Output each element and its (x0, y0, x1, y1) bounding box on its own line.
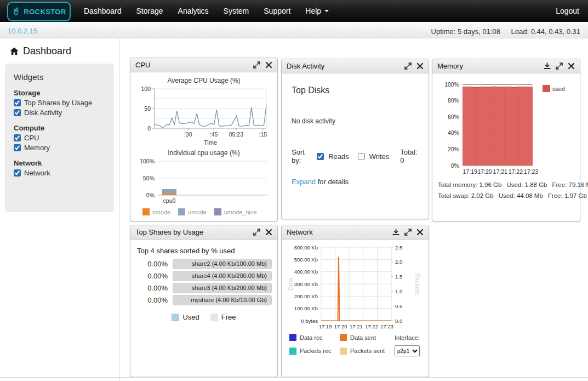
cpu-individual-chart-title: Individual cpu usage (%) (130, 149, 277, 157)
legend-item: Packets rec (289, 348, 340, 355)
svg-text:100.00 Kb: 100.00 Kb (294, 305, 318, 311)
nav-item-support[interactable]: Support (264, 7, 290, 15)
page-title: Dashboard (10, 46, 119, 57)
expand-icon[interactable] (404, 62, 412, 70)
widget-group-label: Network (14, 159, 105, 167)
svg-text:17:22: 17:22 (365, 323, 378, 329)
svg-text:400.00 Kb: 400.00 Kb (294, 269, 318, 275)
widget-label: Top Shares by Usage (24, 99, 92, 107)
close-icon[interactable] (416, 62, 424, 70)
svg-text:cpu0: cpu0 (163, 197, 176, 204)
download-icon[interactable] (392, 229, 399, 236)
svg-text:Time: Time (204, 139, 217, 146)
nav-item-system[interactable]: System (224, 7, 249, 15)
svg-text:17:20: 17:20 (477, 168, 492, 175)
widget-group-label: Compute (14, 124, 105, 132)
widget-label: CPU (24, 134, 39, 142)
close-icon[interactable] (416, 229, 424, 236)
widgets-box: Widgets StorageTop Shares by UsageDisk A… (5, 64, 114, 212)
share-row: 0.00%share3 (4.00 Kb/200.00 Mb) (136, 282, 272, 293)
expand-icon[interactable] (253, 61, 260, 69)
svg-text:60%: 60% (447, 113, 459, 120)
legend-swatch (210, 314, 218, 321)
no-disk-activity-text: No disk activity (292, 117, 420, 125)
share-row: 0.00%share4 (4.00 Kb/200.00 Mb) (136, 270, 272, 281)
cpu-individual-chart: 0%50%100%cpu0 (135, 157, 273, 207)
close-icon[interactable] (265, 229, 272, 236)
home-icon (10, 47, 19, 55)
expand-icon[interactable] (556, 62, 563, 70)
legend-swatch (172, 314, 179, 321)
interface-select[interactable]: p2p1 (395, 345, 420, 356)
svg-text:17:21: 17:21 (350, 323, 363, 329)
expand-row: Expand for details (292, 178, 420, 186)
disk-activity-widget: Disk Activity Top Disks No disk activity… (281, 59, 429, 219)
widget-checkbox[interactable] (14, 144, 21, 151)
svg-text:200.00 Kb: 200.00 Kb (294, 293, 318, 299)
svg-text:Packets: Packets (414, 273, 421, 295)
svg-text:17:22: 17:22 (508, 168, 522, 175)
legend-item: smode (142, 208, 170, 215)
svg-text::30: :30 (184, 131, 192, 138)
network-widget-header: Network (282, 225, 429, 240)
svg-text:used: used (552, 86, 565, 92)
shares-chart-title: Top 4 shares sorted by % used (137, 247, 277, 255)
memory-widget: Memory 0%20%40%60%80%100%used17:1917:201… (432, 59, 580, 221)
svg-text:17:21: 17:21 (493, 168, 507, 175)
widget-checkbox[interactable] (14, 99, 21, 106)
cpu-avg-chart-title: Average CPU Usage (%) (130, 77, 277, 84)
close-icon[interactable] (265, 61, 272, 69)
reads-label: Reads (328, 152, 349, 161)
svg-text:0.5: 0.5 (395, 303, 402, 309)
svg-text:0%: 0% (146, 192, 155, 198)
svg-text:0: 0 (147, 125, 151, 132)
legend-item: Data sent (340, 334, 395, 341)
cpu-chart-legend: smodeumodeumode_nice (142, 208, 277, 215)
svg-text:100: 100 (141, 86, 151, 92)
nav-item-dashboard[interactable]: Dashboard (84, 7, 122, 15)
reads-checkbox[interactable] (317, 153, 324, 160)
svg-text:0%: 0% (450, 162, 459, 169)
widget-checkbox[interactable] (14, 134, 21, 141)
widget-checkbox[interactable] (14, 109, 21, 116)
widgets-title: Widgets (14, 72, 105, 82)
widget-group-label: Storage (14, 89, 105, 97)
svg-text:40%: 40% (447, 129, 459, 136)
nav-item-analytics[interactable]: Analytics (178, 7, 209, 15)
share-percent: 0.00% (136, 272, 173, 280)
legend-swatch (142, 208, 150, 215)
svg-text:17:23: 17:23 (523, 168, 538, 175)
interface-label: Interface: (395, 334, 426, 341)
writes-checkbox[interactable] (358, 153, 365, 160)
host-ip-link[interactable]: 10.0.2.15 (8, 27, 37, 35)
memory-used-text: Used: 1.88 Gb (506, 181, 547, 188)
share-usage-bar: myshare (4.00 Kb/10.00 Gb) (173, 295, 272, 305)
memory-widget-header: Memory (432, 59, 580, 73)
svg-text:80%: 80% (447, 97, 459, 104)
svg-text:50: 50 (144, 105, 151, 112)
rockstor-logo[interactable]: ROCKSTOR (7, 2, 71, 21)
nav-item-help[interactable]: Help (305, 7, 329, 15)
expand-icon[interactable] (404, 229, 412, 236)
widget-toggle-top-shares-by-usage: Top Shares by Usage (14, 99, 105, 107)
cpu-average-chart: 050100:30:4505:23:15Time (135, 84, 273, 147)
svg-text:500.00 Kb: 500.00 Kb (294, 257, 318, 263)
close-icon[interactable] (568, 62, 575, 70)
download-icon[interactable] (544, 62, 551, 70)
cpu-widget: CPU Average CPU Usage (%) 050100:30:4505… (130, 58, 278, 221)
widget-checkbox[interactable] (14, 169, 21, 177)
sidebar: Dashboard Widgets StorageTop Shares by U… (0, 38, 119, 381)
nav-item-storage[interactable]: Storage (136, 7, 163, 15)
swap-used-text: Used: 44.08 Mb (499, 192, 543, 199)
expand-link[interactable]: Expand (292, 178, 316, 186)
swap-free-text: Free: 1.97 Gb (548, 192, 587, 199)
shares-legend: UsedFree (130, 313, 277, 321)
share-percent: 0.00% (136, 296, 173, 304)
widget-toggle-memory: Memory (14, 144, 105, 152)
expand-icon[interactable] (253, 229, 260, 236)
caret-down-icon (324, 10, 329, 12)
legend-item: Packets sent (340, 348, 395, 355)
svg-text:100%: 100% (140, 158, 155, 164)
share-row: 0.00%share2 (4.00 Kb/100.00 Mb) (136, 258, 272, 269)
logout-button[interactable]: Logout (556, 0, 579, 22)
